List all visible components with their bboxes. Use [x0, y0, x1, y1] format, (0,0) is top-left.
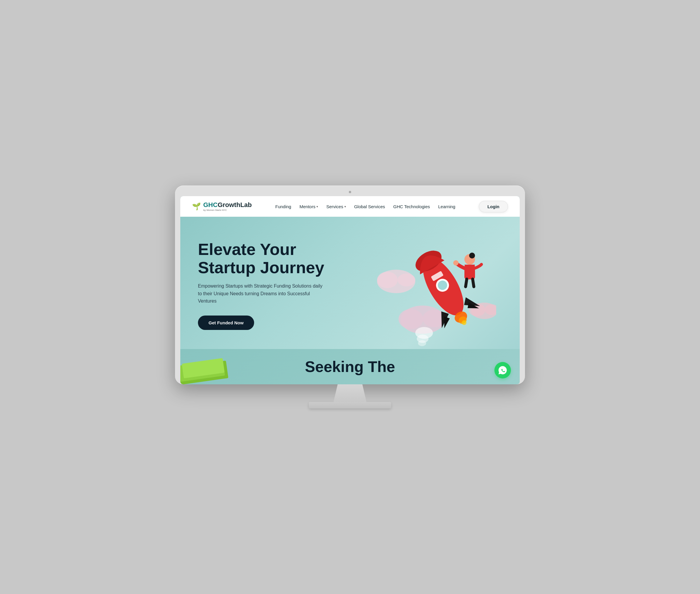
- monitor-stand-neck: [329, 384, 371, 402]
- logo-sub: by Women Starts NYC: [203, 209, 252, 211]
- nav-link-funding[interactable]: Funding: [275, 204, 291, 209]
- svg-point-21: [469, 253, 475, 259]
- nav-link-ghc-technologies[interactable]: GHC Technologies: [393, 204, 430, 209]
- nav-link-services[interactable]: Services ▾: [326, 204, 346, 209]
- svg-rect-22: [465, 265, 475, 279]
- svg-point-2: [397, 273, 415, 287]
- hero-content: Elevate Your Startup Journey Empowering …: [198, 234, 324, 330]
- monitor-camera: [349, 191, 351, 193]
- nav-link-learning[interactable]: Learning: [438, 204, 455, 209]
- svg-point-23: [453, 260, 458, 266]
- nav-item-global-services[interactable]: Global Services: [354, 204, 385, 209]
- logo-text: GHCGrowthLab: [203, 202, 252, 208]
- nav-item-funding[interactable]: Funding: [275, 204, 291, 209]
- hero-rocket-scene: [373, 223, 496, 358]
- svg-point-8: [418, 340, 426, 346]
- monitor-screen: 🌱 GHCGrowthLab by Women Starts NYC Fundi…: [180, 196, 520, 384]
- nav-links: Funding Mentors ▾ Services ▾: [275, 204, 455, 209]
- seeking-section: Seeking The: [180, 349, 520, 384]
- svg-point-1: [377, 272, 397, 288]
- seeking-title: Seeking The: [305, 358, 395, 375]
- logo-icon: 🌱: [192, 202, 201, 210]
- nav-item-mentors[interactable]: Mentors ▾: [299, 204, 318, 209]
- whatsapp-button[interactable]: [495, 362, 511, 378]
- get-funded-button[interactable]: Get Funded Now: [198, 316, 254, 330]
- nav-item-ghc-technologies[interactable]: GHC Technologies: [393, 204, 430, 209]
- chevron-down-icon: ▾: [344, 205, 346, 208]
- login-button[interactable]: Login: [479, 201, 508, 212]
- monitor-stand-base: [309, 402, 391, 408]
- logo[interactable]: 🌱 GHCGrowthLab by Women Starts NYC: [192, 202, 252, 211]
- hero-title: Elevate Your Startup Journey: [198, 240, 324, 276]
- svg-point-4: [399, 309, 423, 329]
- nav-link-global-services[interactable]: Global Services: [354, 204, 385, 209]
- monitor: 🌱 GHCGrowthLab by Women Starts NYC Fundi…: [175, 186, 525, 384]
- chevron-down-icon: ▾: [316, 205, 318, 208]
- book-decoration: [180, 355, 239, 384]
- hero-subtitle: Empowering Startups with Strategic Fundi…: [198, 282, 324, 305]
- hero-section: Elevate Your Startup Journey Empowering …: [180, 217, 520, 384]
- whatsapp-icon: [498, 365, 507, 375]
- navbar: 🌱 GHCGrowthLab by Women Starts NYC Fundi…: [180, 196, 520, 217]
- nav-item-learning[interactable]: Learning: [438, 204, 455, 209]
- nav-item-services[interactable]: Services ▾: [326, 204, 346, 209]
- nav-link-mentors[interactable]: Mentors ▾: [299, 204, 318, 209]
